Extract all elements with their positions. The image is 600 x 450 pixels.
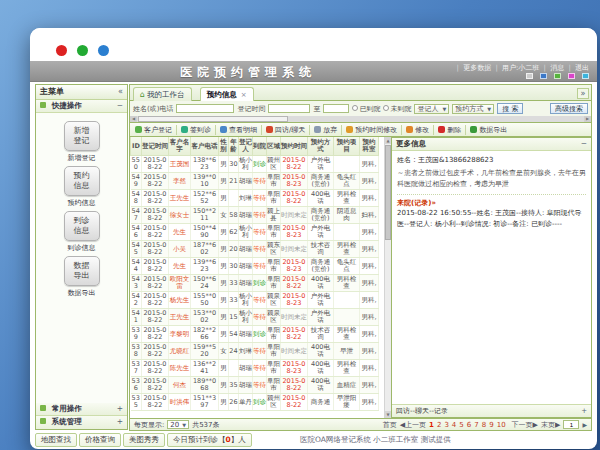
collapse-sidebar-icon[interactable]: « — [118, 85, 123, 99]
table-row[interactable]: 5482015-08-22王先生152**652男刘琳等待阜阳市2015-08-… — [131, 190, 379, 207]
page-number[interactable]: 3 — [444, 421, 448, 429]
edit-button[interactable]: 修改 — [403, 123, 432, 136]
data-export-button[interactable]: 数据 导出 — [64, 256, 100, 286]
meitu-button[interactable]: 美图秀秀 — [123, 433, 165, 447]
page-number[interactable]: 4 — [452, 421, 456, 429]
theme-swatch-gray[interactable] — [526, 73, 533, 79]
price-query-button[interactable]: 价格查询 — [79, 433, 121, 447]
column-header[interactable]: 区域 — [267, 137, 281, 156]
table-row[interactable]: 5362015-08-22何杰189**068男35胡瑞等待阜阳市2015-08… — [131, 377, 379, 394]
table-row[interactable]: 5472015-08-22徐女士150**211女58胡瑞等待颍上县时间未定商务… — [131, 207, 379, 224]
column-header[interactable]: 性别 — [219, 137, 229, 156]
page-number[interactable]: 2 — [437, 421, 441, 429]
messages-link[interactable]: 消息 — [550, 64, 564, 72]
table-row[interactable]: 5462015-08-22先生150**490男62杨小利等待阜阳市2015-0… — [131, 224, 379, 241]
go-to-page-button[interactable]: ▶ — [582, 421, 587, 428]
arrived-radio[interactable]: 已到院 — [352, 104, 380, 114]
advanced-search-button[interactable]: 高级搜索 — [550, 103, 588, 114]
tab-overflow-button[interactable]: » — [577, 88, 589, 99]
vertical-scrollbar[interactable]: ▲ ▼ — [384, 137, 391, 418]
close-window-dot[interactable] — [56, 45, 67, 56]
table-row[interactable]: 5442015-08-22先生139**623男30胡瑞等待阜阳市2015-08… — [131, 258, 379, 275]
table-row[interactable]: 5372015-08-22陈先生136**241男胡瑞等待阜阳市2015-08-… — [131, 360, 379, 377]
per-page-select[interactable]: 20 ▼ — [167, 420, 189, 429]
current-user-link[interactable]: 用户:小二班 — [502, 64, 539, 72]
more-data-link[interactable]: 更多数据 — [463, 64, 491, 72]
column-header[interactable]: 预约方式 — [308, 137, 334, 156]
visit-info-button[interactable]: 到诊 信息 — [64, 211, 100, 241]
page-number[interactable]: 8 — [482, 421, 486, 429]
table-row[interactable]: 5412015-08-22王先生153**002男15杨小利等待颍泉区时间未定户… — [131, 309, 379, 326]
column-header[interactable]: ID — [131, 137, 142, 156]
table-row[interactable]: 5492015-08-22李然139**010男21胡瑞等待阜阳市2015-08… — [131, 173, 379, 190]
booking-method-select[interactable]: 预约方式 ▼ — [452, 104, 494, 114]
table-row[interactable]: 5432015-08-22欧阳文雷150**624男33胡瑞到诊阜阳市2015-… — [131, 275, 379, 292]
column-header[interactable]: 客户名字 — [169, 137, 191, 156]
column-header[interactable]: 预约时间 — [281, 137, 308, 156]
time-to-input[interactable] — [323, 104, 349, 113]
search-button[interactable]: 搜 索 — [497, 103, 523, 114]
tab-my-workbench[interactable]: ⌂ 我的工作台 — [133, 87, 192, 101]
column-header[interactable]: 登记时间 — [142, 137, 169, 156]
maximize-window-dot[interactable] — [98, 45, 109, 56]
page-number[interactable]: 7 — [474, 421, 478, 429]
callback-chat-button[interactable]: 回访/聊天 — [263, 123, 308, 136]
logout-link[interactable]: 退出 — [575, 64, 589, 72]
time-from-input[interactable] — [268, 104, 310, 113]
theme-swatch-green[interactable] — [554, 73, 561, 79]
table-row[interactable]: 5502015-08-22王茂国138**623男30杨小利到诊颍州区2015-… — [131, 156, 379, 173]
page-number[interactable]: 5 — [459, 421, 463, 429]
expand-section-icon[interactable]: + — [117, 403, 123, 415]
minimize-panel-icon[interactable]: − — [581, 138, 587, 150]
view-detail-button[interactable]: 查看明细 — [217, 123, 260, 136]
first-page-button[interactable]: 首页 — [383, 420, 397, 430]
followup-chat-record-bar[interactable]: 回访--聊天--记录 + — [392, 404, 591, 417]
cell: 2015-08-22 — [142, 207, 169, 224]
column-header[interactable]: 预约科室 — [360, 137, 379, 156]
theme-swatch-blue[interactable] — [540, 73, 547, 79]
collapse-section-icon[interactable]: − — [117, 100, 123, 112]
page-number[interactable]: 1 — [429, 421, 434, 429]
column-header[interactable]: 客户电话 — [191, 137, 219, 156]
column-header[interactable]: 年龄 — [229, 137, 239, 156]
expand-section-icon[interactable]: + — [117, 416, 123, 428]
column-header[interactable]: 到院 — [253, 137, 267, 156]
check-in-button[interactable]: 签到诊 — [178, 123, 214, 136]
page-number[interactable]: 6 — [467, 421, 471, 429]
table-row[interactable]: 5452015-08-22小吴187**602男20胡瑞等待颍东区时间未定技术咨… — [131, 241, 379, 258]
next-page-button[interactable]: 下一页▶ — [512, 420, 538, 430]
last-page-button[interactable]: 末页▶ — [541, 420, 560, 430]
common-operations-section[interactable]: 常用操作 + — [36, 403, 127, 416]
table-row[interactable]: 5392015-08-22李黎明182**266男54胡瑞到诊阜阳市2015-0… — [131, 326, 379, 343]
column-header[interactable]: 登记人 — [239, 137, 253, 156]
cell: 男 — [219, 275, 229, 292]
not-arrived-radio[interactable]: 未到院 — [383, 104, 411, 114]
table-row[interactable]: 5382015-08-22尤晓红159**520女24刘琳等待阜阳市时间未定40… — [131, 343, 379, 360]
theme-swatch-magenta[interactable] — [568, 73, 575, 79]
goto-page-input[interactable] — [563, 420, 579, 429]
theme-swatch-cyan[interactable] — [582, 73, 589, 79]
table-row[interactable]: 5352015-08-22时洪伟151**397男26单丹到诊颍州区2015-0… — [131, 394, 379, 411]
page-number[interactable]: 9 — [489, 421, 493, 429]
delete-button[interactable]: 删除 — [435, 123, 464, 136]
appointment-info-button[interactable]: 预约 信息 — [64, 166, 100, 196]
new-registration-button[interactable]: 新增 登记 — [64, 121, 100, 151]
system-management-section[interactable]: 系统管理 + — [36, 416, 127, 429]
export-button[interactable]: 数据导出 — [467, 123, 510, 136]
registrar-select[interactable]: 登记人 ▼ — [414, 104, 449, 114]
close-tab-icon[interactable]: × — [241, 91, 247, 99]
reschedule-button[interactable]: 预约时间修改 — [343, 123, 400, 136]
cell: 男科, — [360, 394, 379, 411]
expand-icon[interactable]: + — [581, 405, 587, 417]
table-row[interactable]: 5422015-08-22杨先生155**050男33杨小利等待颍泉区2015-… — [131, 292, 379, 309]
quick-actions-header[interactable]: 快捷操作 − — [36, 100, 127, 113]
previous-page-button[interactable]: ◀上一页 — [400, 420, 426, 430]
page-number[interactable]: 10 — [497, 421, 506, 429]
abandon-button[interactable]: 放弃 — [311, 123, 340, 136]
tab-appointment-info[interactable]: 预约信息 × — [200, 87, 254, 102]
name-phone-input[interactable] — [176, 104, 234, 113]
map-search-button[interactable]: 地图查找 — [35, 433, 77, 447]
minimize-window-dot[interactable] — [77, 45, 88, 56]
column-header[interactable]: 预约项目 — [334, 137, 360, 156]
customer-register-button[interactable]: 客户登记 — [132, 123, 175, 136]
